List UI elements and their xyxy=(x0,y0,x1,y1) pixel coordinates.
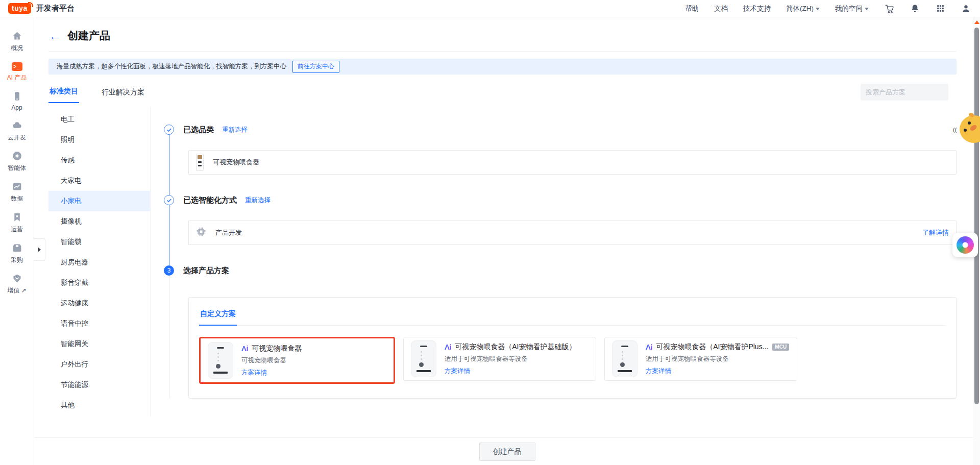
step-title: 已选品类 xyxy=(183,125,214,135)
phone-icon xyxy=(12,91,22,102)
go-solution-center-button[interactable]: 前往方案中心 xyxy=(292,61,339,73)
category-item[interactable]: 其他 xyxy=(48,395,150,415)
sidebar-item-label: 概况 xyxy=(11,44,23,53)
category-item[interactable]: 摄像机 xyxy=(48,211,150,232)
user-icon[interactable] xyxy=(961,4,971,14)
pet-feeder-thumbnail xyxy=(196,154,204,171)
category-item[interactable]: 运动健康 xyxy=(48,293,150,313)
footer-bar: 创建产品 xyxy=(34,437,980,465)
wizard-steps: 已选品类 重新选择 可视宠物喂食器 xyxy=(151,107,957,417)
scheme-title: 可视宠物喂食器（AI宠物看护Plus... xyxy=(656,342,768,352)
selected-category-name: 可视宠物喂食器 xyxy=(213,158,259,167)
step-choose-scheme: 3 选择产品方案 自定义方案 xyxy=(164,265,957,399)
ai-logo-icon: Λi xyxy=(445,342,451,351)
pet-feeder-image xyxy=(411,340,436,377)
category-item[interactable]: 照明 xyxy=(48,130,150,150)
scheme-card[interactable]: Λi 可视宠物喂食器（AI宠物看护Plus... MCU 适用于可视宠物喂食器等… xyxy=(604,337,797,381)
search-box xyxy=(861,84,948,101)
sidebar-item-cloud-dev[interactable]: 云开发 xyxy=(0,118,34,144)
chick-mascot-widget[interactable]: (( xyxy=(957,113,980,144)
cart-icon[interactable] xyxy=(884,4,894,14)
value-add-icon xyxy=(12,273,22,284)
create-product-button[interactable]: 创建产品 xyxy=(479,443,535,461)
sidebar-item-label: 增值 ↗ xyxy=(7,286,26,295)
reselect-category-link[interactable]: 重新选择 xyxy=(222,126,248,134)
cloud-icon xyxy=(12,120,22,131)
step-check-icon xyxy=(164,195,174,205)
pet-feeder-image xyxy=(612,340,638,377)
tuya-logo[interactable]: tuya xyxy=(8,3,31,14)
my-space-selector[interactable]: 我的空间 xyxy=(835,4,869,13)
bookmark-star-icon xyxy=(12,212,22,223)
terminal-icon: >_ xyxy=(12,62,22,71)
language-selector[interactable]: 简体(ZH) xyxy=(786,4,820,13)
scheme-desc: 适用于可视宠物喂食器等设备 xyxy=(646,355,789,363)
sidebar-item-label: 智能体 xyxy=(8,164,26,173)
sidebar-item-operation[interactable]: 运营 xyxy=(0,210,34,236)
tab-custom-scheme[interactable]: 自定义方案 xyxy=(199,309,237,326)
sidebar-item-ai-products[interactable]: >_ AI 产品 xyxy=(0,59,34,84)
sidebar-expand-handle[interactable] xyxy=(34,238,45,261)
search-input[interactable] xyxy=(866,88,955,96)
sidebar-item-label: AI 产品 xyxy=(7,74,27,82)
tab-industry-solution[interactable]: 行业解决方案 xyxy=(101,88,145,103)
divider xyxy=(48,51,957,52)
scheme-detail-link[interactable]: 方案详情 xyxy=(646,367,789,376)
learn-more-link[interactable]: 了解详情 xyxy=(922,228,949,237)
selected-category-card: 可视宠物喂食器 xyxy=(188,150,957,175)
step-title: 已选智能化方式 xyxy=(183,195,237,205)
back-arrow-icon[interactable]: ← xyxy=(50,31,60,41)
my-space-label: 我的空间 xyxy=(835,4,863,13)
sidebar-item-label: 数据 xyxy=(11,194,23,203)
category-item[interactable]: 语音中控 xyxy=(48,313,150,334)
scroll-up-arrow[interactable] xyxy=(974,20,979,24)
sidebar-item-value-add[interactable]: 增值 ↗ xyxy=(0,271,34,297)
scheme-detail-link[interactable]: 方案详情 xyxy=(241,369,302,377)
tab-standard-category[interactable]: 标准类目 xyxy=(48,87,79,103)
scrollbar-thumb[interactable] xyxy=(974,28,979,404)
chevron-down-icon xyxy=(865,8,869,10)
chevron-right-icon xyxy=(38,247,41,252)
category-item[interactable]: 智能锁 xyxy=(48,232,150,252)
sidebar-item-agent[interactable]: 智能体 xyxy=(0,149,34,175)
swirl-logo-icon xyxy=(957,236,974,254)
support-link[interactable]: 技术支持 xyxy=(743,4,771,13)
category-tabs: 标准类目 行业解决方案 xyxy=(48,84,957,103)
snore-mark: (( xyxy=(953,127,957,133)
promo-banner: 海量成熟方案，超多个性化面板，极速落地产品智能化，找智能方案，到方案中心 前往方… xyxy=(48,59,957,75)
ai-logo-icon: Λi xyxy=(241,344,248,353)
category-item[interactable]: 户外出行 xyxy=(48,354,150,375)
category-item[interactable]: 节能能源 xyxy=(48,375,150,395)
sidebar-item-label: 运营 xyxy=(11,225,23,234)
apps-grid-icon[interactable] xyxy=(935,4,945,14)
assistant-logo-widget[interactable] xyxy=(952,233,978,257)
promo-banner-text: 海量成熟方案，超多个性化面板，极速落地产品智能化，找智能方案，到方案中心 xyxy=(57,62,286,71)
category-item[interactable]: 影音穿戴 xyxy=(48,273,150,293)
reselect-method-link[interactable]: 重新选择 xyxy=(245,196,271,205)
mcu-badge: MCU xyxy=(772,344,789,351)
step-check-icon xyxy=(164,125,174,135)
home-icon xyxy=(12,31,22,41)
left-sidebar: 概况 >_ AI 产品 App 云开发 智能体 数据 运营 采购 xyxy=(0,17,34,465)
help-link[interactable]: 帮助 xyxy=(685,4,699,13)
category-item[interactable]: 厨房电器 xyxy=(48,252,150,273)
scheme-title: 可视宠物喂食器 xyxy=(252,344,302,353)
package-icon xyxy=(12,242,22,253)
sidebar-item-label: App xyxy=(11,104,22,111)
category-item[interactable]: 电工 xyxy=(48,109,150,130)
docs-link[interactable]: 文档 xyxy=(714,4,728,13)
category-item-selected[interactable]: 小家电 xyxy=(48,191,150,211)
sidebar-item-overview[interactable]: 概况 xyxy=(0,29,34,55)
category-item[interactable]: 大家电 xyxy=(48,170,150,191)
sidebar-item-app[interactable]: App xyxy=(0,89,34,113)
scheme-card-selected[interactable]: Λi 可视宠物喂食器 可视宠物喂食器 方案详情 xyxy=(199,337,395,384)
sidebar-item-data[interactable]: 数据 xyxy=(0,179,34,205)
category-item[interactable]: 传感 xyxy=(48,150,150,170)
selected-method-name: 产品开发 xyxy=(215,228,242,237)
scheme-detail-link[interactable]: 方案详情 xyxy=(445,367,576,376)
bell-icon[interactable] xyxy=(910,4,920,14)
category-item[interactable]: 智能网关 xyxy=(48,334,150,354)
sidebar-item-purchase[interactable]: 采购 xyxy=(0,240,34,266)
scheme-card[interactable]: Λi 可视宠物喂食器（AI宠物看护基础版） 适用于可视宠物喂食器等设备 方案详情 xyxy=(403,337,596,381)
step-number-badge: 3 xyxy=(164,265,174,276)
